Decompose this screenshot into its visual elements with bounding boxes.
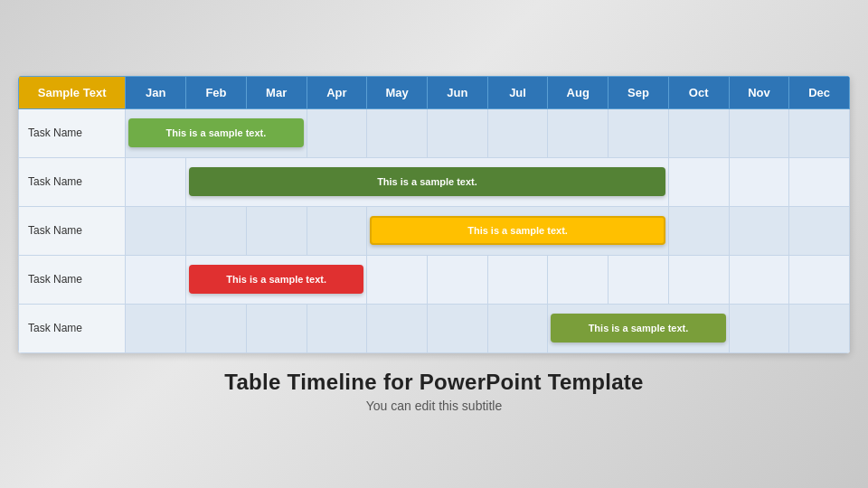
gantt-cell — [789, 206, 850, 255]
gantt-cell — [367, 255, 428, 304]
header-sep: Sep — [609, 76, 669, 108]
subtitle: You can edit this subtitle — [224, 399, 644, 413]
gantt-cell — [126, 304, 186, 352]
gantt-cell — [789, 304, 850, 352]
slide-container: Sample Text Jan Feb Mar Apr May Jun Jul … — [18, 76, 850, 413]
task-label: Task Name — [19, 108, 126, 157]
gantt-cell — [126, 157, 186, 206]
header-aug: Aug — [548, 76, 609, 108]
gantt-cell — [307, 108, 367, 157]
gantt-cell — [729, 206, 789, 255]
gantt-cell — [307, 304, 367, 352]
table-row: Task NameThis is a sample text. — [19, 255, 850, 304]
gantt-bar: This is a sample text. — [128, 118, 303, 147]
table-row: Task NameThis is a sample text. — [19, 304, 850, 352]
gantt-cell — [729, 157, 789, 206]
gantt-body: Task NameThis is a sample text.Task Name… — [19, 108, 850, 352]
header-may: May — [367, 76, 428, 108]
gantt-cell: This is a sample text. — [186, 255, 367, 304]
gantt-cell: This is a sample text. — [367, 206, 669, 255]
gantt-cell — [729, 255, 789, 304]
header-apr: Apr — [307, 76, 367, 108]
gantt-cell — [307, 206, 367, 255]
gantt-cell — [668, 206, 729, 255]
table-row: Task NameThis is a sample text. — [19, 206, 850, 255]
gantt-cell — [729, 108, 789, 157]
gantt-bar: This is a sample text. — [189, 167, 665, 196]
gantt-cell — [668, 108, 729, 157]
gantt-cell — [487, 255, 548, 304]
task-label: Task Name — [19, 206, 126, 255]
gantt-cell — [126, 206, 186, 255]
header-feb: Feb — [186, 76, 247, 108]
task-label: Task Name — [19, 304, 126, 352]
header-nov: Nov — [729, 76, 789, 108]
header-jan: Jan — [126, 76, 186, 108]
gantt-bar: This is a sample text. — [189, 265, 363, 294]
header-jul: Jul — [487, 76, 548, 108]
gantt-cell — [668, 157, 729, 206]
gantt-cell — [789, 255, 850, 304]
gantt-cell — [186, 206, 247, 255]
gantt-cell — [367, 304, 428, 352]
gantt-cell — [427, 304, 487, 352]
gantt-cell — [246, 304, 307, 352]
header-row: Sample Text Jan Feb Mar Apr May Jun Jul … — [19, 76, 850, 108]
gantt-cell: This is a sample text. — [186, 157, 669, 206]
gantt-cell — [789, 157, 850, 206]
gantt-cell — [729, 304, 789, 352]
gantt-cell: This is a sample text. — [126, 108, 307, 157]
header-oct: Oct — [668, 76, 729, 108]
gantt-table: Sample Text Jan Feb Mar Apr May Jun Jul … — [18, 76, 850, 353]
main-title: Table Timeline for PowerPoint Template — [224, 370, 644, 395]
gantt-cell — [427, 255, 487, 304]
gantt-cell: This is a sample text. — [548, 304, 729, 352]
gantt-cell — [609, 108, 669, 157]
gantt-cell — [789, 108, 850, 157]
table-row: Task NameThis is a sample text. — [19, 157, 850, 206]
header-sample-text: Sample Text — [19, 76, 126, 108]
header-jun: Jun — [427, 76, 487, 108]
header-mar: Mar — [246, 76, 307, 108]
gantt-cell — [427, 108, 487, 157]
gantt-table-wrapper: Sample Text Jan Feb Mar Apr May Jun Jul … — [18, 76, 850, 353]
gantt-cell — [609, 255, 669, 304]
header-dec: Dec — [789, 76, 850, 108]
table-row: Task NameThis is a sample text. — [19, 108, 850, 157]
gantt-cell — [126, 255, 186, 304]
gantt-cell — [487, 108, 548, 157]
task-label: Task Name — [19, 255, 126, 304]
task-label: Task Name — [19, 157, 126, 206]
gantt-cell — [367, 108, 428, 157]
gantt-cell — [246, 206, 307, 255]
gantt-cell — [487, 304, 548, 352]
title-section: Table Timeline for PowerPoint Template Y… — [224, 370, 644, 413]
gantt-cell — [186, 304, 247, 352]
gantt-cell — [548, 255, 609, 304]
gantt-cell — [668, 255, 729, 304]
gantt-bar: This is a sample text. — [370, 216, 665, 245]
gantt-cell — [548, 108, 609, 157]
gantt-bar: This is a sample text. — [551, 314, 725, 343]
